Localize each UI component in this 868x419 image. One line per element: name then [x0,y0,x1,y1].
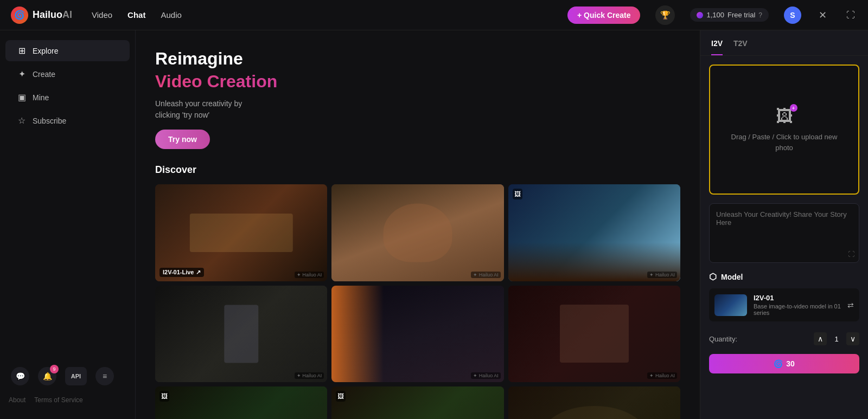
discord-icon: 💬 [16,372,25,381]
prompt-area[interactable]: ⛶ [709,203,859,263]
nav-chat[interactable]: Chat [127,8,145,22]
sidebar-item-explore[interactable]: ⊞ Explore [5,40,130,61]
model-section: ⬡ Model I2V-01 Base image-to-video model… [709,272,859,321]
subscribe-icon: ☆ [16,115,27,126]
sidebar-footer: About Terms of Service [9,396,126,404]
quantity-increase-button[interactable]: ∨ [846,332,859,345]
menu-icon: ≡ [103,372,107,381]
expand-prompt-icon[interactable]: ⛶ [848,250,854,258]
notification-badge: 9 [50,365,59,373]
video-label-1: I2V-01-Live ↗ [159,268,204,277]
model-label: ⬡ Model [709,272,859,282]
right-panel: I2V T2V 🖼 + Drag / Paste / Click to uplo… [700,30,868,419]
quantity-controls: ∧ 1 ∨ [814,332,859,345]
model-section-title: Model [721,273,743,281]
hero-section: Reimagine Video Creation Unleash your cr… [155,48,680,149]
upload-plus-icon: + [790,104,797,112]
upload-image-icon: 🖼 + [776,106,793,126]
sidebar-item-mine[interactable]: ▣ Mine [5,87,130,108]
discord-icon-button[interactable]: 💬 [11,367,29,385]
video-thumb-4: ✦ Hailuo AI [155,286,327,382]
video-thumb-3: 🖼 ✦ Hailuo AI [508,184,680,281]
brand-badge-3: ✦ Hailuo AI [647,272,677,278]
prompt-textarea[interactable] [716,210,852,254]
main-content: Reimagine Video Creation Unleash your cr… [136,30,700,419]
credits-amount: 1,100 [706,11,724,19]
model-info: I2V-01 Base image-to-video model in 01 s… [754,294,841,316]
terms-link[interactable]: Terms of Service [34,396,82,404]
discover-section-title: Discover [155,164,680,176]
video-thumb-2: ✦ Hailuo AI [331,184,503,281]
tab-t2v[interactable]: T2V [733,39,748,55]
video-grid-item-9[interactable]: ✦ Hailuo AI [508,386,680,419]
brand-badge-2: ✦ Hailuo AI [471,272,501,278]
credits-dot-icon [697,12,703,18]
sidebar-item-mine-label: Mine [33,93,49,102]
video-grid-item-1[interactable]: I2V-01-Live ↗ ✦ Hailuo AI [155,184,327,281]
video-thumb-7: 🖼 ✦ Hailuo AI [155,386,327,419]
video-grid-item-2[interactable]: ✦ Hailuo AI [331,184,503,281]
video-grid-item-6[interactable]: ✦ Hailuo AI [508,286,680,383]
api-label: API [71,373,81,379]
model-thumbnail [714,294,747,316]
api-button[interactable]: API [65,367,87,385]
video-thumb-1: I2V-01-Live ↗ ✦ Hailuo AI [155,184,327,281]
panel-tabs: I2V T2V [700,30,868,56]
sidebar-bottom: 💬 🔔 9 API ≡ About Terms of Service [0,356,135,410]
video-thumb-8: 🖼 ✦ Hailuo AI [331,386,503,419]
video-grid-item-7[interactable]: 🖼 ✦ Hailuo AI [155,386,327,419]
video-grid: I2V-01-Live ↗ ✦ Hailuo AI ✦ Hailuo AI 🖼 … [155,184,680,419]
expand-button[interactable]: ⛶ [844,8,857,22]
model-description: Base image-to-video model in 01 series [754,303,841,316]
menu-icon-button[interactable]: ≡ [95,367,114,385]
sidebar-item-subscribe[interactable]: ☆ Subscribe [5,110,130,131]
nav-audio[interactable]: Audio [161,8,181,22]
brand-badge-4: ✦ Hailuo AI [295,372,324,379]
hero-description: Unleash your creativity by clicking 'try… [155,98,680,121]
video-thumb-6: ✦ Hailuo AI [508,286,680,383]
sidebar-item-subscribe-label: Subscribe [33,117,66,125]
top-navigation: 🌀 HailuoAI Video Chat Audio + Quick Crea… [0,0,868,30]
credits-help-icon[interactable]: ? [758,11,762,19]
model-card[interactable]: I2V-01 Base image-to-video model in 01 s… [709,288,859,321]
video-grid-item-5[interactable]: ✦ Hailuo AI [331,286,503,382]
video-grid-item-4[interactable]: ✦ Hailuo AI [155,286,327,382]
logo-icon: 🌀 [11,7,28,24]
about-link[interactable]: About [9,396,25,404]
video-thumb-5: ✦ Hailuo AI [331,286,503,382]
video-grid-item-3[interactable]: 🖼 ✦ Hailuo AI [508,184,680,281]
create-icon: ✦ [16,69,27,79]
generate-button[interactable]: 🌀 30 [709,354,859,373]
explore-icon: ⊞ [16,46,27,56]
try-now-button[interactable]: Try now [155,130,210,149]
quick-create-button[interactable]: + Quick Create [567,7,640,24]
quantity-section: Quantity: ∧ 1 ∨ [709,332,859,345]
bell-icon: 🔔 [43,372,52,381]
coin-icon: 🌀 [774,359,783,368]
sidebar-bottom-icons: 💬 🔔 9 API ≡ [9,363,126,390]
sidebar-item-explore-label: Explore [33,47,58,55]
quantity-label: Quantity: [709,335,737,343]
photo-icon-badge-7: 🖼 [159,391,169,402]
nav-video[interactable]: Video [92,8,112,22]
mine-icon: ▣ [16,92,27,102]
body-layout: ⊞ Explore ✦ Create ▣ Mine ☆ Subscribe 💬 … [0,30,868,419]
model-cube-icon: ⬡ [709,272,717,282]
achievements-icon-button[interactable]: 🏆 [655,5,675,25]
notifications-icon-button[interactable]: 🔔 9 [38,367,56,385]
photo-icon-badge-8: 🖼 [336,391,346,402]
quantity-decrease-button[interactable]: ∧ [814,332,827,345]
upload-zone[interactable]: 🖼 + Drag / Paste / Click to upload new p… [709,65,859,195]
sidebar-item-create[interactable]: ✦ Create [5,63,130,85]
brand-logo[interactable]: 🌀 HailuoAI [11,7,72,24]
user-avatar[interactable]: S [784,7,801,24]
video-grid-item-8[interactable]: 🖼 ✦ Hailuo AI [331,386,503,419]
generate-cost-label: 30 [786,359,795,368]
sidebar: ⊞ Explore ✦ Create ▣ Mine ☆ Subscribe 💬 … [0,30,136,419]
tab-i2v[interactable]: I2V [711,39,723,55]
quantity-value: 1 [831,335,842,343]
close-button[interactable]: ✕ [816,7,829,23]
sidebar-item-create-label: Create [33,70,55,79]
model-settings-icon[interactable]: ⇄ [847,301,854,310]
photo-icon-badge-3: 🖼 [513,189,522,199]
